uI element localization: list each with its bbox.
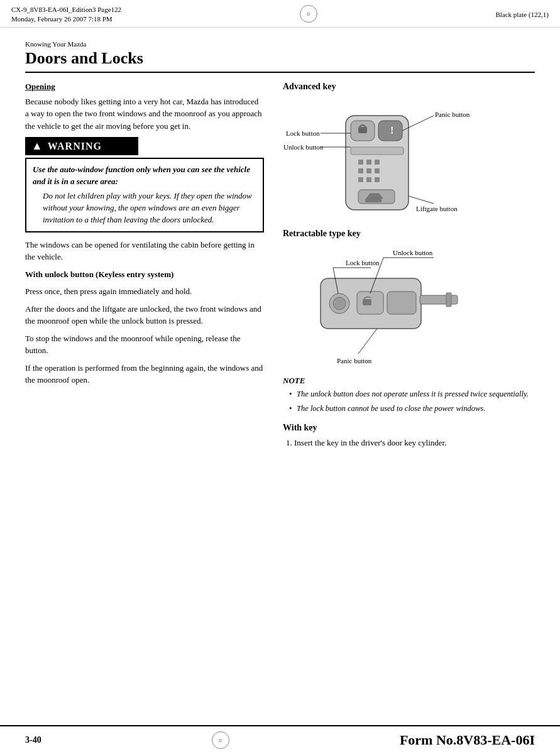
with-key-step1: Insert the key in the driver's door key …	[294, 437, 535, 449]
retractable-key-diagram: Lock button Unlock button Panic button	[283, 244, 535, 369]
form-number: Form No.8V83-EA-06I	[400, 732, 535, 748]
svg-point-29	[333, 297, 346, 310]
svg-rect-12	[358, 177, 363, 182]
warning-label: WARNING	[48, 141, 102, 152]
two-col-layout: Opening Because nobody likes getting int…	[25, 82, 535, 452]
with-key-heading: With key	[283, 423, 535, 433]
svg-line-39	[358, 329, 377, 354]
svg-rect-3	[358, 127, 367, 133]
advanced-key-diagram: !	[283, 97, 535, 222]
svg-rect-26	[420, 295, 458, 304]
advanced-key-svg: !	[283, 97, 484, 222]
advanced-key-heading: Advanced key	[283, 82, 535, 92]
footer-circle-inner	[219, 739, 222, 742]
note-heading: NOTE	[283, 376, 535, 386]
svg-line-23	[409, 196, 434, 204]
svg-rect-8	[375, 160, 380, 165]
svg-rect-32	[387, 292, 416, 314]
svg-rect-9	[358, 168, 363, 173]
svg-rect-7	[366, 160, 371, 165]
svg-rect-31	[363, 299, 371, 305]
header-bar: CX-9_8V83-EA-06I_Edition3 Page122 Monday…	[0, 0, 560, 28]
svg-rect-13	[366, 177, 371, 182]
left-column: Opening Because nobody likes getting int…	[25, 82, 264, 452]
svg-rect-16	[365, 199, 382, 202]
opening-heading: Opening	[25, 82, 264, 92]
svg-text:!: !	[390, 125, 393, 136]
svg-text:Liftgate button: Liftgate button	[416, 205, 458, 212]
svg-rect-10	[366, 168, 371, 173]
svg-text:Panic button: Panic button	[435, 111, 470, 118]
svg-text:Lock button: Lock button	[346, 259, 380, 266]
header-right: Black plate (122,1)	[495, 11, 549, 18]
note-item-2: The lock button cannot be used to close …	[289, 403, 535, 415]
unlock-p1: Press once, then press again immediately…	[25, 285, 264, 298]
warning-indent: Do not let children play with your keys.…	[33, 190, 256, 226]
warning-triangle-icon: ▲	[31, 139, 43, 153]
retractable-key-heading: Retractable type key	[283, 229, 535, 239]
footer-center	[212, 731, 229, 749]
right-column: Advanced key !	[283, 82, 535, 452]
page-number: 3-40	[25, 735, 41, 745]
note-section: NOTE The unlock button does not operate …	[283, 376, 535, 415]
svg-text:Lock button: Lock button	[286, 129, 320, 137]
svg-text:Unlock button: Unlock button	[283, 143, 324, 151]
footer-circle	[212, 731, 229, 749]
with-key-list: Insert the key in the driver's door key …	[283, 437, 535, 449]
warning-box: ▲ WARNING	[25, 137, 138, 155]
footer-bar: 3-40 Form No.8V83-EA-06I	[0, 725, 560, 754]
warning-bold-text: Use the auto-window function only when y…	[33, 164, 256, 188]
warning-container: ▲ WARNING Use the auto-window function o…	[25, 137, 264, 232]
header-left: CX-9_8V83-EA-06I_Edition3 Page122 Monday…	[11, 5, 121, 25]
svg-text:Panic button: Panic button	[337, 357, 372, 364]
page-content: Knowing Your Mazda Doors and Locks Openi…	[0, 28, 560, 464]
unlock-heading: With unlock button (Keyless entry system…	[25, 268, 264, 281]
unlock-p2: After the doors and the liftgate are unl…	[25, 303, 264, 327]
unlock-p4: If the operation is performed from the b…	[25, 362, 264, 386]
retractable-key-svg: Lock button Unlock button Panic button	[283, 244, 484, 376]
note-item-1: The unlock button does not operate unles…	[289, 388, 535, 400]
warning-content: Use the auto-window function only when y…	[25, 158, 264, 232]
svg-text:Unlock button: Unlock button	[393, 249, 433, 256]
header-circle-inner	[307, 13, 310, 16]
opening-para: Because nobody likes getting into a very…	[25, 96, 264, 133]
unlock-p3: To stop the windows and the moonroof whi…	[25, 332, 264, 357]
section-label: Knowing Your Mazda	[25, 40, 535, 48]
header-line1: CX-9_8V83-EA-06I_Edition3 Page122	[11, 5, 121, 14]
warning-italic-text: Do not let children play with your keys.…	[43, 190, 256, 226]
svg-rect-11	[375, 168, 380, 173]
windows-para: The windows can be opened for ventilatin…	[25, 239, 264, 263]
svg-rect-27	[446, 293, 451, 307]
header-line2: Monday, February 26 2007 7:18 PM	[11, 14, 121, 24]
header-circle	[300, 5, 317, 23]
section-title: Doors and Locks	[25, 49, 535, 73]
svg-rect-14	[375, 177, 380, 182]
note-list: The unlock button does not operate unles…	[283, 388, 535, 415]
header-center	[300, 5, 317, 23]
svg-rect-6	[358, 160, 363, 165]
svg-rect-5	[351, 147, 404, 155]
